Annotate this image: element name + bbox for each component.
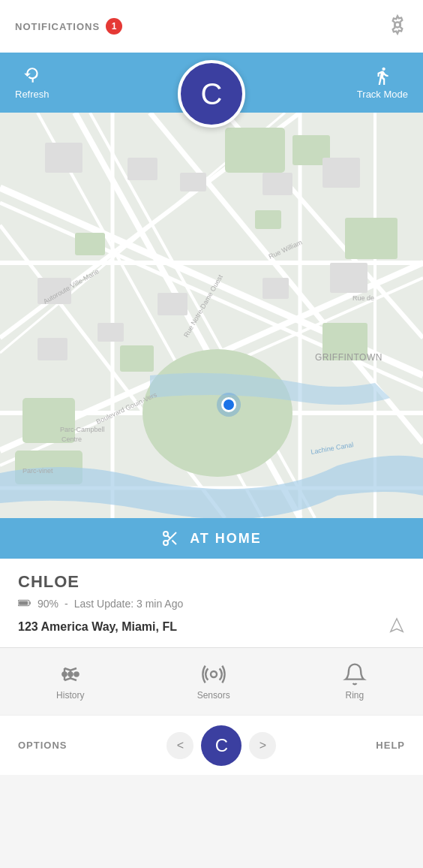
- history-label: History: [56, 690, 84, 701]
- address-row: 123 America Way, Miami, FL: [18, 617, 405, 637]
- svg-line-56: [172, 540, 177, 544]
- svg-point-66: [211, 671, 217, 677]
- svg-point-63: [74, 672, 78, 676]
- nav-history[interactable]: History: [56, 662, 84, 701]
- svg-rect-37: [262, 278, 289, 299]
- svg-point-20: [142, 349, 292, 477]
- svg-text:Parc-vinet: Parc-vinet: [22, 467, 53, 475]
- svg-rect-34: [322, 158, 360, 188]
- battery-icon: [18, 598, 32, 610]
- track-mode-label: Track Mode: [357, 89, 408, 100]
- svg-rect-33: [262, 173, 292, 195]
- map-area[interactable]: GRIFFINTOWN Rue William Boulevard Gouin-…: [0, 113, 423, 518]
- svg-point-54: [164, 541, 168, 545]
- nav-sensors[interactable]: Sensors: [197, 662, 230, 701]
- notifications-area: NOTIFICATIONS 1: [15, 18, 122, 35]
- navigate-icon[interactable]: [388, 617, 405, 637]
- bottom-nav: History Sensors Ring: [0, 647, 423, 715]
- sensors-label: Sensors: [197, 690, 230, 701]
- refresh-button[interactable]: Refresh: [15, 66, 50, 100]
- svg-rect-31: [128, 158, 158, 180]
- last-update: Last Update: 3 min Ago: [74, 598, 184, 610]
- bottom-controls: OPTIONS < C > HELP: [0, 715, 423, 775]
- svg-rect-59: [29, 601, 31, 604]
- action-bar: Refresh C Track Mode: [0, 53, 423, 113]
- help-label: HELP: [376, 740, 405, 751]
- avatar-container: C: [178, 60, 245, 128]
- svg-rect-60: [19, 601, 28, 604]
- svg-text:Centre: Centre: [62, 436, 82, 443]
- svg-rect-28: [75, 233, 105, 255]
- separator: -: [64, 598, 68, 610]
- svg-rect-27: [345, 218, 398, 259]
- svg-rect-21: [225, 128, 285, 173]
- svg-rect-39: [38, 338, 68, 360]
- info-section: CHLOE 90% - Last Update: 3 min Ago 123 A…: [0, 559, 423, 647]
- status-bar: AT HOME: [0, 518, 423, 559]
- svg-rect-29: [255, 210, 281, 229]
- scissors-icon: [161, 529, 179, 547]
- nav-ring[interactable]: Ring: [343, 662, 367, 701]
- svg-text:GRIFFINTOWN: GRIFFINTOWN: [315, 352, 382, 363]
- battery-percent: 90%: [38, 598, 58, 610]
- svg-rect-25: [120, 345, 154, 372]
- address-text: 123 America Way, Miami, FL: [18, 620, 177, 634]
- top-bar: NOTIFICATIONS 1: [0, 0, 423, 53]
- svg-text:Parc-Campbell: Parc-Campbell: [60, 426, 105, 433]
- svg-rect-38: [330, 263, 368, 293]
- svg-point-53: [164, 532, 168, 536]
- pet-name: CHLOE: [18, 572, 405, 592]
- notification-badge: 1: [106, 18, 122, 35]
- ring-label: Ring: [346, 690, 364, 701]
- battery-row: 90% - Last Update: 3 min Ago: [18, 598, 405, 610]
- next-button[interactable]: >: [249, 732, 276, 759]
- nav-arrows: < C >: [166, 725, 276, 766]
- svg-rect-32: [180, 173, 206, 191]
- options-label: OPTIONS: [18, 740, 68, 751]
- location-dot: [221, 397, 236, 412]
- svg-text:Rue de: Rue de: [352, 294, 374, 302]
- avatar-small: C: [201, 725, 242, 766]
- svg-rect-40: [98, 323, 124, 342]
- notifications-label: NOTIFICATIONS: [15, 21, 100, 32]
- prev-button[interactable]: <: [166, 732, 194, 759]
- settings-icon[interactable]: [387, 14, 408, 38]
- svg-line-57: [167, 535, 170, 538]
- svg-rect-30: [45, 143, 82, 173]
- svg-rect-36: [158, 293, 188, 315]
- svg-point-0: [395, 23, 400, 28]
- status-text: AT HOME: [190, 531, 262, 547]
- refresh-label: Refresh: [15, 89, 50, 100]
- track-mode-button[interactable]: Track Mode: [357, 66, 408, 100]
- avatar: C: [178, 60, 245, 128]
